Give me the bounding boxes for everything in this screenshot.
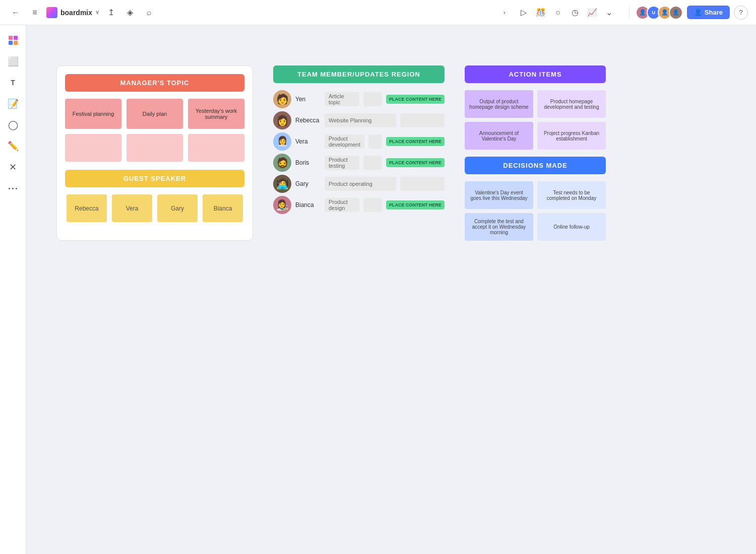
back-button[interactable]: ← [8,5,23,20]
avatar-yen: 🧑 [273,90,291,108]
decision-card-1[interactable]: Valentine's Day event goes live this Wed… [465,181,533,209]
guest-speaker-section: GUEST SPEAKER Rebecca Vera Gary Bianca [65,170,244,222]
sidebar-tool-connect[interactable]: ✕ [4,158,22,176]
team-member-header: TEAM MEMBER/UPDATES REGION [273,65,445,83]
topic-rebecca[interactable]: Website Planning [325,113,396,127]
sticky-label: Festival planning [73,111,114,117]
sticky-empty-3[interactable] [188,134,244,162]
place-content-4[interactable]: PLACE CONTENT HERE [386,200,445,210]
topic-yen[interactable]: Article topic [325,92,359,106]
chart-button[interactable]: 📈 [585,5,600,20]
share-icon: 👤 [694,9,702,16]
sidebar-tool-sticky[interactable]: 📝 [4,95,22,113]
collaborators: 👤 U 👤 👤 [636,6,683,20]
vera-icon: 👩‍💼 [273,132,291,151]
guest-gary[interactable]: Gary [157,194,198,222]
guest-speaker-header: GUEST SPEAKER [65,170,244,187]
guest-vera[interactable]: Vera [112,194,152,222]
more-tools-button[interactable]: ⌄ [602,5,617,20]
guest-rebecca[interactable]: Rebecca [67,194,107,222]
nav-right: › ▷ 🎊 ○ ◷ 📈 ⌄ 👤 U 👤 👤 👤 Shar [497,5,748,20]
sidebar-tool-pen[interactable]: ✏️ [4,137,22,155]
action-items-header: ACTION ITEMS [465,65,606,83]
place-content-2[interactable]: PLACE CONTENT HERE [386,137,445,147]
avatar-gary: 🧑‍💻 [273,175,291,193]
place-content-3[interactable]: PLACE CONTENT HERE [386,158,445,168]
toolbar-tools: ▷ 🎊 ○ ◷ 📈 ⌄ [516,5,617,20]
empty-vera [368,134,382,149]
place-content-1[interactable]: PLACE CONTENT HERE [386,95,445,104]
avatar-rebecca: 👩 [273,111,291,129]
name-gary: Gary [295,180,321,187]
topic-vera[interactable]: Product development [325,134,364,149]
canvas-content: MANAGER'S TOPIC Festival planning Daily … [56,65,606,241]
tag-button[interactable]: ◈ [122,5,138,20]
sticky-festival-planning[interactable]: Festival planning [65,99,121,129]
rebecca-icon: 👩 [273,111,291,129]
managers-topic-header: MANAGER'S TOPIC [65,74,244,92]
celebrate-button[interactable]: 🎊 [533,5,548,20]
nav-left: ← ≡ boardmix ∨ ↥ ◈ ⌕ [8,5,157,20]
brand-icon [46,7,57,18]
svg-rect-0 [9,36,13,40]
brand-name: boardmix [60,9,92,17]
team-member-rows: 🧑 Yen Article topic PLACE CONTENT HERE 👩… [273,90,445,214]
name-vera: Vera [295,138,321,145]
left-sidebar: ⬜ T 📝 ◯ ✏️ ✕ • • • [0,25,26,554]
timer-button[interactable]: ◷ [568,5,583,20]
top-navigation: ← ≡ boardmix ∨ ↥ ◈ ⌕ › ▷ 🎊 ○ ◷ 📈 ⌄ 👤 U [0,0,756,25]
sticky-work-summary[interactable]: Yesterday's work summary [188,99,244,129]
topic-bianca[interactable]: Product design [325,198,359,212]
guest-speaker-row: Rebecca Vera Gary Bianca [65,194,244,222]
empty-gary [400,177,445,191]
avatar-bianca: 👩‍🎨 [273,196,291,214]
empty-bianca [363,198,382,212]
sidebar-tool-frame[interactable]: ⬜ [4,52,22,71]
guest-bianca[interactable]: Bianca [203,194,243,222]
sidebar-tool-shapes[interactable]: ◯ [4,116,22,134]
team-row-bianca: 👩‍🎨 Bianca Product design PLACE CONTENT … [273,196,445,214]
avatar-vera: 👩‍💼 [273,132,291,151]
nav-chevron-button[interactable]: › [497,5,512,20]
name-yen: Yen [295,96,321,103]
team-member-section: TEAM MEMBER/UPDATES REGION 🧑 Yen Article… [273,65,445,241]
collaborator-avatar-4: 👤 [669,6,683,20]
decisions-made-header: DECISIONS MADE [465,157,606,174]
sidebar-tool-text[interactable]: T [4,74,22,92]
team-row-boris: 🧔 Boris Product testing PLACE CONTENT HE… [273,154,445,172]
brand-chevron: ∨ [95,9,99,16]
decision-card-4[interactable]: Online follow-up [537,213,606,241]
play-button[interactable]: ▷ [516,5,531,20]
sidebar-tool-more[interactable]: • • • [4,179,22,197]
yen-icon: 🧑 [273,90,291,108]
canvas-area[interactable]: MANAGER'S TOPIC Festival planning Daily … [26,25,756,554]
action-card-3[interactable]: Announcement of Valentine's Day [465,122,533,150]
action-card-1[interactable]: Output of product homepage design scheme [465,90,533,118]
download-button[interactable]: ↥ [103,5,118,20]
sticky-empty-2[interactable] [127,134,183,162]
toolbar-divider [629,7,629,19]
sidebar-tool-gradient[interactable] [4,31,22,49]
share-button[interactable]: 👤 Share [687,6,730,19]
gary-icon: 🧑‍💻 [273,175,291,193]
action-card-4[interactable]: Project progress Kanban establishment [537,122,606,150]
action-card-2[interactable]: Product homepage development and testing [537,90,606,118]
sticky-empty-1[interactable] [65,134,121,162]
decision-card-2[interactable]: Test needs to be completed on Monday [537,181,606,209]
decision-card-3[interactable]: Complete the test and accept it on Wedne… [465,213,533,241]
sticky-daily-plan[interactable]: Daily plan [127,99,183,129]
managers-topic-grid: Festival planning Daily plan Yesterday's… [65,99,244,162]
share-label: Share [705,9,723,16]
search-button[interactable]: ⌕ [142,5,157,20]
menu-button[interactable]: ≡ [27,5,42,20]
team-row-gary: 🧑‍💻 Gary Product operating [273,175,445,193]
comment-button[interactable]: ○ [550,5,565,20]
empty-boris [363,156,382,170]
topic-boris[interactable]: Product testing [325,156,359,170]
bianca-icon: 👩‍🎨 [273,196,291,214]
help-button[interactable]: ? [734,6,748,20]
svg-rect-1 [14,36,18,40]
topic-gary[interactable]: Product operating [325,177,396,191]
team-row-vera: 👩‍💼 Vera Product development PLACE CONTE… [273,132,445,151]
name-rebecca: Rebecca [295,117,321,124]
